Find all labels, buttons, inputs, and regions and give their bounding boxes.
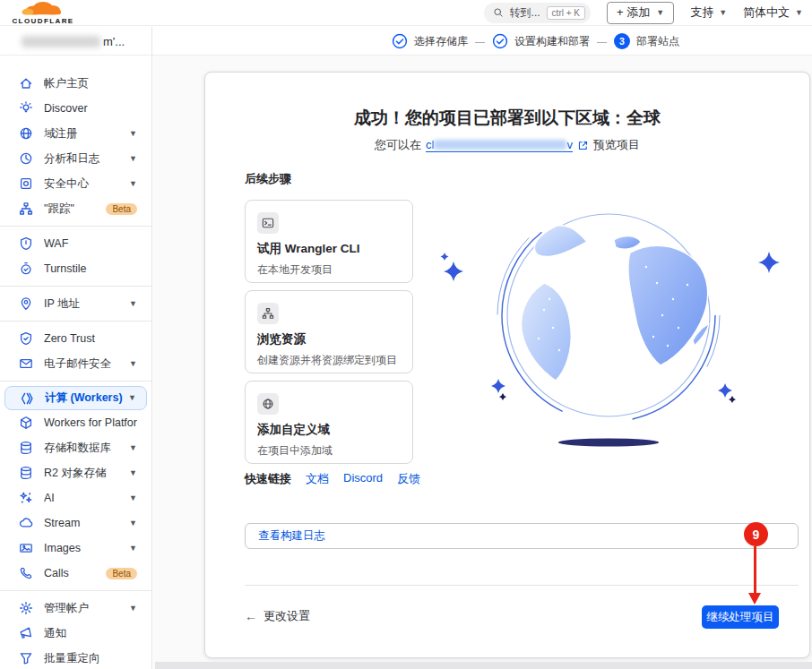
step-number-badge: 3	[614, 33, 630, 49]
sidebar-item-calls[interactable]: CallsBeta	[4, 561, 147, 586]
cloudflare-dashboard: CLOUDFLARE 转到... ctrl + K + 添加 ▼ 支持 ▼ 简体…	[0, 0, 812, 669]
chevron-down-icon: ▼	[129, 155, 137, 163]
sidebar-item-zero-trust[interactable]: Zero Trust	[4, 326, 147, 351]
sidebar-divider	[0, 321, 151, 322]
sidebar-item-analytics-logs[interactable]: 分析和日志▼	[4, 146, 147, 171]
continue-project-button[interactable]: 继续处理项目	[702, 605, 779, 629]
sidebar-item-images[interactable]: Images▼	[4, 536, 147, 561]
sidebar-item-ip-addresses[interactable]: IP 地址▼	[4, 291, 147, 316]
database-icon	[19, 441, 33, 455]
sidebar-item-label: 安全中心	[44, 176, 124, 192]
sidebar-item-manage-account[interactable]: 管理帐户▼	[4, 596, 147, 621]
page-title: 成功！您的项目已部署到以下区域：全球	[205, 107, 809, 130]
account-selector[interactable]: m'...	[0, 27, 152, 56]
sidebar-item-workers[interactable]: 计算 (Workers)▼	[4, 386, 147, 410]
sidebar-divider	[0, 590, 151, 591]
chevron-down-icon: ▼	[129, 130, 137, 138]
arrow-left-icon: ←	[245, 609, 257, 623]
domain-icon	[262, 398, 274, 410]
quick-link-2[interactable]: Discord	[343, 471, 383, 487]
security-icon	[19, 176, 33, 191]
stepper-separator: —	[597, 36, 607, 47]
support-menu[interactable]: 支持 ▼	[690, 4, 727, 21]
global-search-input[interactable]: 转到... ctrl + K	[484, 3, 591, 23]
sidebar-item-account-home[interactable]: 帐户主页	[4, 71, 147, 96]
sidebar-item-label: AI	[44, 492, 124, 504]
chevron-down-icon: ▼	[719, 9, 727, 17]
quick-link-1[interactable]: 文档	[306, 471, 329, 487]
sidebar-item-label: Calls	[44, 567, 99, 579]
stepper-step-1[interactable]: 选择存储库	[392, 33, 468, 49]
chevron-down-icon: ▼	[129, 444, 137, 452]
sidebar-item-workers-for-platforms[interactable]: Workers for Platforms	[4, 410, 147, 435]
sidebar-item-label: WAF	[44, 237, 137, 250]
sidebar-item-trace[interactable]: "跟踪"Beta	[4, 196, 147, 221]
chevron-down-icon: ▼	[129, 605, 137, 613]
main-area: 成功！您的项目已部署到以下区域：全球 您可以在 cl v 预览项目 后续步骤 试…	[153, 56, 812, 669]
sidebar-item-label: R2 对象存储	[44, 466, 124, 481]
cloudflare-logo[interactable]: CLOUDFLARE	[7, 1, 79, 29]
change-settings-link[interactable]: ← 更改设置	[245, 608, 310, 624]
step-label: 部署站点	[636, 34, 679, 49]
check-icon	[492, 33, 508, 49]
language-menu[interactable]: 简体中文 ▼	[743, 4, 803, 21]
funnel-icon	[19, 651, 33, 665]
sidebar-item-label: 批量重定向	[44, 651, 137, 666]
sidebar-item-ai[interactable]: AI▼	[4, 485, 147, 510]
sidebar-item-email-security[interactable]: 电子邮件安全▼	[4, 351, 147, 376]
waf-icon	[19, 236, 33, 251]
next-steps-cards: 试用 Wrangler CLI在本地开发项目浏览资源创建资源并将资源绑定到项目添…	[245, 200, 413, 464]
bulb-icon	[19, 101, 33, 116]
stepper-step-2[interactable]: 设置构建和部署	[492, 33, 590, 49]
chevron-down-icon: ▼	[129, 360, 137, 368]
next-step-card-2[interactable]: 浏览资源创建资源并将资源绑定到项目	[245, 290, 413, 373]
chevron-down-icon: ▼	[129, 300, 137, 308]
sidebar-item-discover[interactable]: Discover	[4, 96, 147, 121]
next-step-card-1[interactable]: 试用 Wrangler CLI在本地开发项目	[245, 200, 413, 283]
sidebar-item-waf[interactable]: WAF	[4, 231, 147, 256]
chevron-down-icon: ▼	[128, 394, 136, 402]
analytics-icon	[19, 151, 33, 166]
sidebar-item-turnstile[interactable]: Turnstile	[4, 256, 147, 281]
ai-icon	[19, 491, 33, 505]
search-icon	[493, 7, 504, 18]
sidebar-item-security-center[interactable]: 安全中心▼	[4, 171, 147, 196]
view-build-log-expander[interactable]: 查看构建日志	[245, 523, 799, 549]
sidebar-item-bulk-redirects[interactable]: 批量重定向	[4, 646, 147, 669]
footer-divider	[245, 585, 799, 586]
next-step-card-3[interactable]: 添加自定义域在项目中添加域	[245, 381, 413, 464]
next-steps-heading: 后续步骤	[245, 171, 291, 187]
sidebar-item-r2-object-storage[interactable]: R2 对象存储▼	[4, 460, 147, 485]
stepper-step-3[interactable]: 3部署站点	[614, 33, 679, 49]
stream-icon	[19, 516, 33, 530]
sidebar-item-label: 存储和数据库	[44, 441, 124, 456]
beta-badge: Beta	[106, 568, 137, 579]
step-label: 设置构建和部署	[514, 34, 590, 49]
sidebar-item-notifications[interactable]: 通知	[4, 621, 147, 646]
sidebar-item-stream[interactable]: Stream▼	[4, 510, 147, 536]
terminal-icon	[262, 217, 274, 229]
sub-header: m'... 选择存储库—设置构建和部署—3部署站点	[0, 27, 812, 56]
sidebar-item-storage-databases[interactable]: 存储和数据库▼	[4, 435, 147, 460]
beta-badge: Beta	[106, 203, 137, 215]
home-icon	[19, 76, 33, 90]
deploy-stepper: 选择存储库—设置构建和部署—3部署站点	[392, 27, 679, 56]
sidebar-divider	[0, 381, 151, 382]
card-title: 试用 Wrangler CLI	[257, 241, 401, 257]
subtitle-prefix: 您可以在	[375, 137, 421, 153]
external-link-icon[interactable]	[577, 140, 589, 151]
chevron-down-icon: ▼	[129, 545, 137, 553]
sidebar-item-label: 管理帐户	[44, 601, 124, 616]
search-placeholder: 转到...	[510, 5, 540, 21]
chevron-down-icon: ▼	[129, 494, 137, 502]
header-actions: 转到... ctrl + K + 添加 ▼ 支持 ▼ 简体中文 ▼	[484, 0, 803, 25]
sidebar-item-label: 域注册	[44, 126, 124, 142]
sidebar-item-label: "跟踪"	[44, 202, 99, 217]
sidebar-item-domain-registration[interactable]: 域注册▼	[4, 121, 147, 146]
quick-link-3[interactable]: 反馈	[397, 471, 420, 487]
account-name-redacted	[22, 36, 100, 47]
project-url-link[interactable]: cl v	[426, 138, 573, 152]
sidebar-item-label: 分析和日志	[44, 151, 124, 167]
account-name-suffix: m'...	[103, 35, 125, 48]
add-button[interactable]: + 添加 ▼	[607, 2, 674, 24]
